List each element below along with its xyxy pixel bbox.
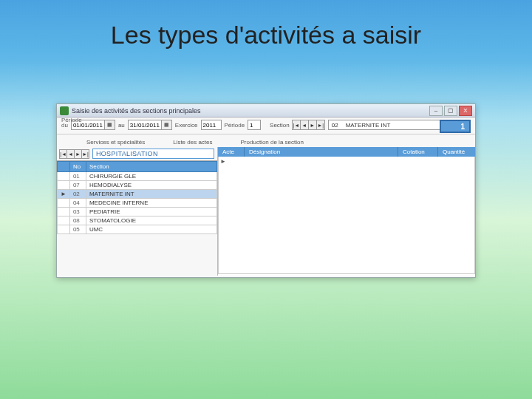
nav-last-button[interactable]: ►| [81, 149, 89, 159]
titlebar: Saisie des activités des sections princi… [57, 104, 475, 117]
table-row[interactable]: 08STOMATOLOGIE [58, 216, 217, 225]
row-pointer-icon [58, 181, 70, 190]
section-display: 02 MATERNITE INT [328, 120, 446, 130]
row-pointer-icon: ► [220, 158, 226, 165]
cell-section: MEDECINE INTERNE [86, 199, 216, 208]
periode-bar: Période du ▦ au ▦ Exercice Période Secti… [57, 117, 475, 134]
exercice-input[interactable] [201, 120, 222, 130]
col-pointer [58, 162, 70, 172]
cell-section: UMC [86, 225, 216, 234]
periode-num-label: Période [225, 122, 245, 129]
actes-pane: Acte Désignation Cotation Quantité ► [218, 147, 475, 276]
cell-section: HEMODIALYSE [86, 181, 216, 190]
tabs: Services et spécialités Liste des actes … [57, 134, 475, 147]
minimize-button[interactable]: – [429, 106, 443, 116]
row-pointer-icon [58, 208, 70, 216]
services-nav: |◄ ◄ ► ►| [60, 149, 89, 159]
table-row[interactable]: 03PEDIATRIE [58, 208, 217, 216]
count-badge: 1 [440, 120, 471, 133]
services-title: HOSPITALISATION [92, 149, 214, 159]
tab-production[interactable]: Production de la section [238, 137, 307, 147]
col-acte: Acte [218, 147, 245, 157]
table-row[interactable]: ►02MATERNITE INT [58, 190, 217, 199]
row-pointer-icon [58, 216, 70, 225]
row-pointer-icon [58, 172, 70, 181]
window-title: Saisie des activités des sections princi… [72, 107, 429, 115]
col-designation: Désignation [245, 147, 398, 157]
cell-section: PEDIATRIE [86, 208, 216, 216]
close-button[interactable]: X [459, 106, 472, 116]
table-row[interactable]: 05UMC [58, 225, 217, 234]
tab-liste-actes[interactable]: Liste des actes [170, 137, 215, 147]
table-row[interactable]: 01CHIRURGIE GLE [58, 172, 217, 181]
services-pane: |◄ ◄ ► ►| HOSPITALISATION No Section [57, 147, 218, 276]
section-nav: |◄ ◄ ► ►| [293, 120, 325, 130]
table-row[interactable]: 04MEDECINE INTERNE [58, 199, 217, 208]
periode-input[interactable] [248, 120, 261, 130]
table-row[interactable]: 07HEMODIALYSE [58, 181, 217, 190]
col-quantite: Quantité [438, 147, 475, 157]
row-pointer-icon: ► [58, 190, 70, 199]
col-no: No [69, 162, 86, 172]
section-code: 02 [332, 122, 338, 129]
cell-no: 07 [69, 181, 86, 190]
services-grid[interactable]: No Section 01CHIRURGIE GLE07HEMODIALYSE►… [57, 160, 217, 276]
cell-no: 02 [69, 190, 86, 199]
calendar-icon[interactable]: ▦ [105, 120, 115, 130]
col-section: Section [86, 162, 216, 172]
cell-no: 05 [69, 225, 86, 234]
actes-header: Acte Désignation Cotation Quantité [218, 147, 475, 157]
au-input[interactable] [128, 120, 162, 130]
actes-body[interactable]: ► [218, 157, 475, 274]
cell-no: 03 [69, 208, 86, 216]
section-label: Section [270, 122, 290, 129]
section-name: MATERNITE INT [346, 122, 391, 129]
row-pointer-icon [58, 225, 70, 234]
calendar-icon[interactable]: ▦ [162, 120, 172, 130]
slide-title: Les types d'activités a saisir [0, 21, 532, 50]
cell-section: MATERNITE INT [86, 190, 216, 199]
periode-group-label: Période [61, 117, 82, 123]
cell-no: 04 [69, 199, 86, 208]
cell-no: 01 [69, 172, 86, 181]
app-window: Saisie des activités des sections princi… [56, 103, 476, 278]
exercice-label: Exercice [175, 122, 198, 129]
maximize-button[interactable]: ▢ [444, 106, 457, 116]
col-cotation: Cotation [398, 147, 438, 157]
tab-services[interactable]: Services et spécialités [83, 137, 148, 147]
au-label: au [118, 122, 125, 129]
app-icon [60, 106, 69, 115]
cell-section: STOMATOLOGIE [86, 216, 216, 225]
row-pointer-icon [58, 199, 70, 208]
nav-last-button[interactable]: ►| [316, 120, 325, 130]
cell-section: CHIRURGIE GLE [86, 172, 216, 181]
cell-no: 08 [69, 216, 86, 225]
